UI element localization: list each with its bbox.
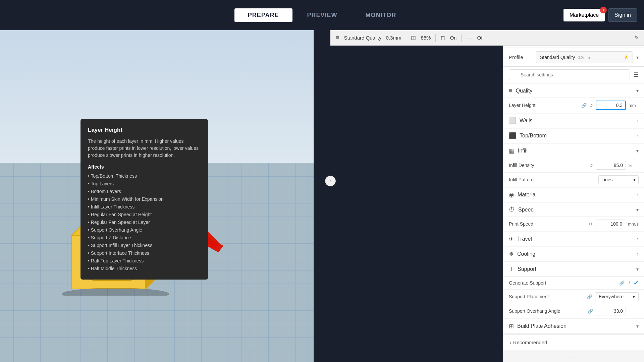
support-placement-link[interactable]: 🔗 (587, 294, 592, 299)
top-navigation: PREPARE PREVIEW MONITOR Marketplace 1 Si… (0, 0, 644, 30)
travel-arrow: › (637, 236, 639, 242)
material-icon: ◉ (509, 191, 514, 198)
infill-pattern-dropdown[interactable]: Lines ▾ (598, 175, 639, 184)
print-speed-label: Print Speed (509, 221, 586, 227)
infill-density-label: Infill Density (509, 163, 587, 168)
layer-height-unit: mm (629, 103, 639, 108)
material-label: Material (518, 192, 537, 198)
material-arrow: › (637, 192, 639, 197)
affect-item: • Regular Fan Speed at Height (88, 211, 201, 218)
print-speed-row: Print Speed ↺ mm/s (503, 217, 644, 231)
generate-support-label: Generate Support (509, 280, 616, 286)
tab-monitor[interactable]: MONITOR (352, 8, 410, 22)
affect-item: • Raft Middle Thickness (88, 265, 201, 272)
buildplate-section-header[interactable]: ⊞ Build Plate Adhesion ▾ (503, 319, 644, 334)
affect-item: • Support Interface Thickness (88, 250, 201, 257)
support-placement-dropdown[interactable]: Everywhere ▾ (595, 292, 639, 301)
walls-label: Walls (520, 118, 533, 124)
infill-density-reset[interactable]: ↺ (589, 163, 593, 168)
quality-section-header[interactable]: ≡ Quality ▾ (503, 84, 644, 98)
search-wrapper: 🔍 (509, 69, 630, 80)
print-speed-reset[interactable]: ↺ (589, 222, 592, 227)
walls-section-header[interactable]: ⬜ Walls › (503, 114, 644, 128)
buildplate-icon: ⊞ (509, 322, 514, 330)
scale-icon: ⊡ (411, 34, 416, 42)
travel-label: Travel (517, 236, 532, 242)
affect-item: • Infill Layer Thickness (88, 203, 201, 210)
marketplace-badge: 1 (600, 7, 607, 13)
adhesion-label: Off (477, 35, 484, 41)
support-overhang-unit: ° (629, 309, 639, 314)
speed-label: Speed (518, 207, 534, 213)
quality-icon: ≡ (509, 87, 513, 94)
list-view-icon[interactable]: ☰ (633, 71, 639, 78)
topbottom-section-header[interactable]: ⬛ Top/Bottom › (503, 129, 644, 143)
layer-height-tooltip: Layer Height The height of each layer in… (80, 119, 208, 280)
recommended-label: Recommended (513, 340, 547, 345)
cooling-section-header[interactable]: ❄ Cooling › (503, 247, 644, 261)
support-overhang-label: Support Overhang Angle (509, 308, 585, 314)
cooling-arrow: › (637, 251, 639, 257)
affect-item: • Bottom Layers (88, 188, 201, 195)
adhesion-icon: — (466, 34, 472, 41)
profile-star-icon: ★ (624, 54, 629, 60)
signin-button[interactable]: Sign in (608, 8, 637, 22)
profile-dropdown-arrow[interactable]: ▾ (636, 55, 639, 60)
infill-density-row: Infill Density ↺ % (503, 158, 644, 173)
print-settings-panel: Print settings ✕ Profile Standard Qualit… (503, 30, 644, 362)
panel-toggle-button[interactable]: ‹ (325, 176, 336, 186)
search-input[interactable] (509, 69, 630, 80)
affect-item: • Regular Fan Speed at Layer (88, 219, 201, 226)
profile-select[interactable]: Standard Quality 0.2mm ★ (536, 51, 633, 63)
infill-density-input[interactable] (596, 161, 626, 170)
support-placement-row: Support Placement 🔗 Everywhere ▾ (503, 290, 644, 304)
profile-label: Profile (509, 54, 532, 60)
tooltip-title: Layer Height (88, 126, 201, 134)
marketplace-button[interactable]: Marketplace 1 (564, 9, 605, 21)
tooltip-affects-list: • Top/Bottom Thickness • Top Layers • Bo… (88, 173, 201, 272)
support-overhang-input[interactable] (596, 307, 626, 315)
print-speed-input[interactable] (595, 220, 625, 228)
travel-section-header[interactable]: ✈ Travel › (503, 232, 644, 246)
infill-icon: ▦ (509, 147, 515, 155)
speed-section-header[interactable]: ⏱ Speed ▾ (503, 203, 644, 217)
infill-label: Infill (518, 148, 527, 154)
profile-icon: ≡ (336, 34, 339, 41)
divider-3 (461, 34, 462, 42)
generate-support-reset[interactable]: ↺ (627, 281, 631, 286)
generate-support-row: Generate Support 🔗 ↺ ✔ (503, 277, 644, 290)
layer-height-reset-icon[interactable]: ↺ (589, 103, 593, 108)
affect-item: • Top Layers (88, 180, 201, 187)
edit-icon[interactable]: ✎ (634, 35, 639, 41)
dots-indicator: ... (570, 352, 578, 360)
support-section-header[interactable]: ⊥ Support ▾ (503, 262, 644, 277)
support-arrow: ▾ (636, 266, 639, 272)
generate-support-check[interactable]: ✔ (634, 279, 639, 287)
walls-icon: ⬜ (509, 117, 516, 124)
tab-preview[interactable]: PREVIEW (294, 8, 351, 22)
layer-height-label: Layer Height (509, 103, 579, 108)
scale-value: 85% (421, 35, 431, 41)
recommended-button[interactable]: ‹ Recommended (509, 340, 547, 345)
tooltip-affects-title: Affects (88, 164, 201, 171)
secondary-toolbar: ≡ Standard Quality - 0.3mm ⊡ 85% ⊓ On — … (330, 30, 644, 46)
layer-height-link-icon[interactable]: 🔗 (581, 103, 587, 108)
tab-prepare[interactable]: PREPARE (234, 8, 292, 22)
quality-label: Quality (516, 88, 533, 94)
panel-bottom-bar: ‹ Recommended (503, 335, 644, 350)
buildplate-arrow: ▾ (636, 323, 639, 329)
support-label: On (450, 35, 457, 41)
speed-arrow: ▾ (636, 207, 639, 213)
layer-height-input[interactable] (596, 101, 626, 110)
divider-2 (435, 34, 436, 42)
infill-section-header[interactable]: ▦ Infill ▾ (503, 144, 644, 158)
marketplace-label: Marketplace (570, 12, 599, 18)
material-section-header[interactable]: ◉ Material › (503, 188, 644, 202)
support-icon: ⊓ (440, 34, 445, 42)
profile-row: Profile Standard Quality 0.2mm ★ ▾ (503, 48, 644, 67)
support-overhang-link[interactable]: 🔗 (588, 309, 593, 314)
support-placement-label: Support Placement (509, 294, 584, 299)
generate-support-link[interactable]: 🔗 (619, 281, 625, 286)
print-speed-unit: mm/s (628, 222, 639, 227)
3d-viewport[interactable]: Layer Height The height of each layer in… (0, 30, 314, 362)
